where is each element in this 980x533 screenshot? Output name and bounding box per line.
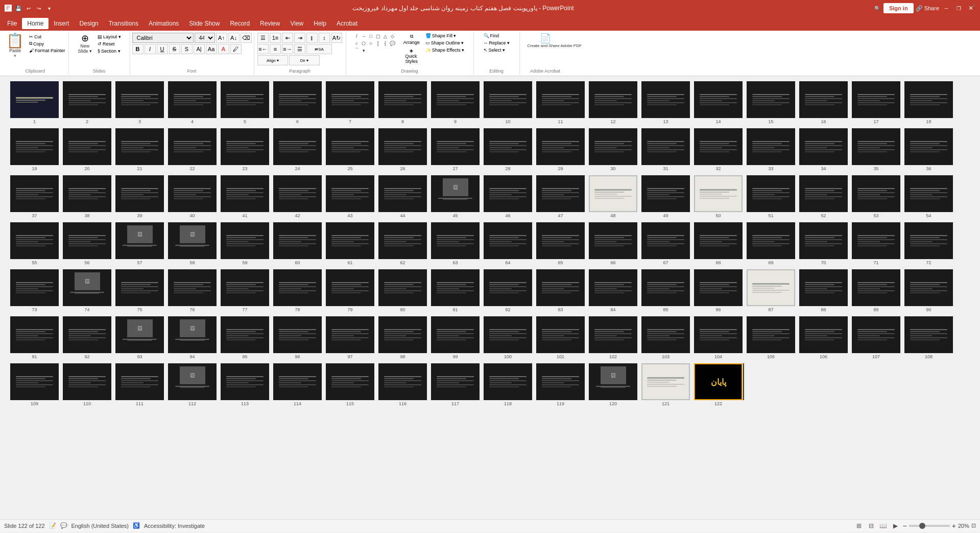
slide-item-6[interactable]: 6 [273,81,322,124]
create-share-pdf-button[interactable]: 📄 Create and Share Adobe PDF [525,33,565,49]
reset-button[interactable]: ↺ Reset [96,41,123,47]
slide-item-77[interactable]: 77 [221,269,269,312]
slideshow-button[interactable]: ▶ [891,521,901,531]
slide-item-59[interactable]: 59 [221,222,269,265]
slide-item-68[interactable]: 68 [694,222,743,265]
redo-icon[interactable]: ↪ [35,4,43,12]
menu-animations[interactable]: Animations [144,18,184,29]
slide-item-37[interactable]: 37 [10,175,59,218]
search-icon[interactable]: 🔍 [873,4,881,12]
shape-more-btn[interactable]: ▾ [361,47,367,54]
minimize-button[interactable]: ─ [941,3,951,13]
replace-button[interactable]: ↔ Replace ▾ [482,40,511,46]
slide-item-11[interactable]: 11 [536,81,585,124]
shape-callout-btn[interactable]: 💬 [389,40,396,47]
slide-item-26[interactable]: 26 [378,128,427,171]
slide-item-36[interactable]: 36 [904,128,953,171]
slide-item-57[interactable]: 🖼 57 [115,222,164,265]
slide-item-90[interactable]: 90 [904,269,953,312]
slide-item-35[interactable]: 35 [852,128,900,171]
slide-item-93[interactable]: 🖼 93 [115,316,164,359]
slide-item-95[interactable]: 95 [221,316,269,359]
font-color-button[interactable]: A [218,44,229,54]
quick-styles-button[interactable]: ◈ QuickStyles [401,47,422,65]
slide-item-104[interactable]: 104 [694,316,743,359]
slide-item-12[interactable]: 12 [589,81,637,124]
restore-button[interactable]: ❐ [953,3,964,13]
menu-slideshow[interactable]: Slide Show [184,18,225,29]
slide-item-49[interactable]: 49 [641,175,690,218]
slide-item-115[interactable]: 115 [326,363,374,406]
clear-format-button[interactable]: ⌫ [241,33,252,43]
slide-item-101[interactable]: 101 [536,316,585,359]
slide-item-85[interactable]: 85 [641,269,690,312]
slide-item-13[interactable]: 13 [641,81,690,124]
slide-item-14[interactable]: 14 [694,81,743,124]
slide-item-61[interactable]: 61 [326,222,374,265]
underline-button[interactable]: U [157,44,168,54]
highlight-color-button[interactable]: 🖊 [230,44,242,54]
slide-item-64[interactable]: 64 [484,222,532,265]
slide-item-99[interactable]: 99 [431,316,480,359]
format-painter-button[interactable]: 🖌 Format Painter [28,48,66,54]
slide-item-114[interactable]: 114 [273,363,322,406]
arrange-button[interactable]: ⧉ Arrange [401,33,422,46]
cut-button[interactable]: ✂ Cut [28,34,66,40]
line-spacing-button[interactable]: ↕ [319,33,330,43]
paste-button[interactable]: 📋 Paste ▾ [4,33,26,59]
section-button[interactable]: § Section ▾ [96,48,123,54]
slide-item-7[interactable]: 7 [326,81,374,124]
slide-item-24[interactable]: 24 [273,128,322,171]
menu-design[interactable]: Design [74,18,103,29]
slide-item-74[interactable]: 🖼 74 [63,269,111,312]
layout-button[interactable]: ▤ Layout ▾ [96,34,123,40]
slide-item-83[interactable]: 83 [536,269,585,312]
text-direction-button[interactable]: A↻ [331,33,342,43]
slide-item-5[interactable]: 5 [221,81,269,124]
slide-item-9[interactable]: 9 [431,81,480,124]
menu-review[interactable]: Review [255,18,285,29]
slide-item-111[interactable]: 111 [115,363,164,406]
align-right-button[interactable]: ≡→ [282,44,293,54]
slide-item-81[interactable]: 81 [431,269,480,312]
decrease-indent-button[interactable]: ⇤ [282,33,293,43]
menu-help[interactable]: Help [308,18,331,29]
slide-item-33[interactable]: 33 [747,128,795,171]
slide-item-55[interactable]: 55 [10,222,59,265]
shadow-button[interactable]: S [181,44,193,54]
shape-circle-btn[interactable]: ○ [353,40,360,47]
slide-item-34[interactable]: 34 [799,128,848,171]
slide-item-118[interactable]: 118 [484,363,532,406]
slide-item-17[interactable]: 17 [852,81,900,124]
menu-record[interactable]: Record [225,18,255,29]
slide-item-100[interactable]: 100 [484,316,532,359]
slide-item-66[interactable]: 66 [589,222,637,265]
char-spacing-button[interactable]: A| [194,44,205,54]
convert-smartart-button[interactable]: ⇄SA [306,44,332,54]
slide-item-16[interactable]: 16 [799,81,848,124]
slide-item-109[interactable]: 109 [10,363,59,406]
shape-rect-btn[interactable]: □ [368,33,374,39]
slide-item-105[interactable]: 105 [747,316,795,359]
shape-bracket-btn[interactable]: [ [375,40,381,47]
slide-item-117[interactable]: 117 [431,363,480,406]
slide-item-47[interactable]: 47 [536,175,585,218]
font-size-select[interactable]: 44 [195,33,215,43]
slide-item-62[interactable]: 62 [378,222,427,265]
shape-line-btn[interactable]: / [353,33,360,39]
copy-button[interactable]: ⧉ Copy [28,40,66,47]
slide-item-18[interactable]: 18 [904,81,953,124]
slide-item-80[interactable]: 80 [378,269,427,312]
menu-file[interactable]: File [2,18,22,29]
zoom-out-button[interactable]: − [903,522,907,530]
slide-item-112[interactable]: 🖼 112 [168,363,217,406]
slide-item-96[interactable]: 96 [273,316,322,359]
align-left-button[interactable]: ≡← [257,44,269,54]
slide-item-51[interactable]: 51 [747,175,795,218]
slide-item-54[interactable]: 54 [904,175,953,218]
shape-triangle-btn[interactable]: △ [382,33,389,39]
slides-panel[interactable]: 1 2 3 4 [0,76,980,519]
menu-insert[interactable]: Insert [49,18,74,29]
slide-item-50[interactable]: 50 [694,175,743,218]
shape-pentagon-btn[interactable]: ⬠ [361,40,367,47]
